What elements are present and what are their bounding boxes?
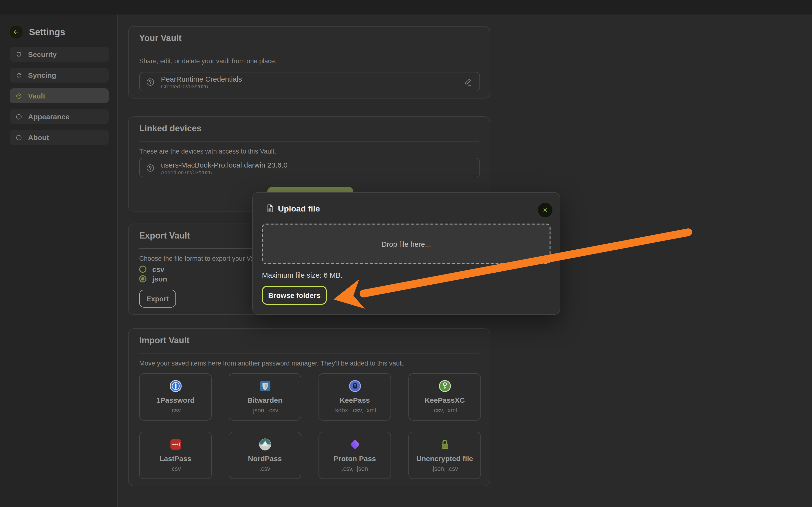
device-added-date: Added on 02/03/2026 [161,169,212,175]
card-description: Share, edit, or delete your vault from o… [139,57,277,65]
tile-name: NordPass [229,454,301,463]
card-description: Move your saved items here from another … [139,360,405,367]
tile-formats: .json, .csv [229,407,301,414]
card-title: Your Vault [139,33,182,44]
sidebar-item-label: Appearance [28,113,69,121]
tile-formats: .csv [229,465,301,472]
sidebar-item-label: Security [28,50,57,58]
import-tile-lastpass[interactable]: LastPass .csv [139,432,212,479]
radio-label: json [152,275,167,283]
back-arrow-icon [12,29,20,36]
onepassword-icon [140,380,211,393]
title-bar [0,0,812,14]
sidebar-item-label: Syncing [28,71,56,79]
upload-file-modal: Upload file Drop file here... Maximum fi… [252,192,560,315]
device-key-icon [146,163,155,173]
tile-name: Unencrypted file [409,454,480,463]
tile-name: Bitwarden [229,396,301,404]
close-button[interactable] [538,203,552,217]
tile-name: 1Password [140,396,211,404]
import-tile-unencrypted[interactable]: Unencrypted file .json, .csv [408,432,481,479]
modal-title: Upload file [278,204,320,214]
info-icon [15,134,22,141]
sidebar: Settings Security Syncing Vault [0,14,118,507]
keepass-icon [319,380,391,393]
radio-json[interactable] [139,275,146,282]
lastpass-icon [140,438,211,451]
close-icon [542,207,549,213]
radio-csv[interactable] [139,265,146,273]
tile-formats: .csv [140,407,211,414]
back-button[interactable] [10,25,23,39]
dropzone-text: Drop file here... [382,240,431,248]
tile-name: Proton Pass [319,454,391,463]
palette-icon [15,113,22,120]
app-window: Settings Security Syncing Vault [0,0,812,507]
card-title: Export Vault [139,231,190,241]
nordpass-icon [229,438,301,451]
sidebar-item-about[interactable]: About [10,130,109,145]
sidebar-item-appearance[interactable]: Appearance [10,109,109,124]
vault-name: PearRuntime Credentials [161,75,242,83]
card-description: These are the devices with access to thi… [139,148,276,155]
vault-key-icon [146,77,155,87]
sidebar-item-label: About [28,133,49,142]
import-tile-keepass[interactable]: KeePass .kdbx, .csv, .xml [318,373,391,420]
divider [139,353,479,353]
import-tile-bitwarden[interactable]: Bitwarden .json, .csv [229,373,301,420]
card-title: Linked devices [139,124,202,134]
tile-name: LastPass [140,454,211,463]
page-title: Settings [29,27,65,38]
vault-created-date: Created 02/03/2026 [161,83,208,89]
protonpass-icon [319,438,391,451]
import-tile-keepassxc[interactable]: KeePassXC .csv, .xml [408,373,481,420]
tile-formats: .csv [140,465,211,472]
sidebar-item-vault[interactable]: Vault [10,89,109,103]
device-name: users-MacBook-Pro.local darwin 23.6.0 [161,161,288,169]
card-title: Import Vault [139,336,190,346]
import-tile-protonpass[interactable]: Proton Pass .csv, .json [318,432,391,479]
radio-label: csv [152,265,164,273]
browse-folders-button[interactable]: Browse folders [262,286,327,305]
card-import-vault: Import Vault Move your saved items here … [128,328,490,486]
keepassxc-icon [409,380,480,393]
tile-name: KeePassXC [409,396,480,404]
file-dropzone[interactable]: Drop file here... [262,224,551,264]
tile-formats: .kdbx, .csv, .xml [319,407,391,414]
tile-formats: .csv, .xml [409,407,480,414]
vault-row[interactable]: PearRuntime Credentials Created 02/03/20… [139,72,480,91]
max-file-size-text: Maximum file size: 6 MB. [262,271,343,279]
card-your-vault: Your Vault Share, edit, or delete your v… [128,26,490,99]
format-option-csv[interactable]: csv [139,265,164,273]
device-row[interactable]: users-MacBook-Pro.local darwin 23.6.0 Ad… [139,158,480,177]
shield-icon [15,51,22,58]
tile-name: KeePass [319,396,391,404]
sidebar-item-security[interactable]: Security [10,47,109,62]
sync-icon [15,72,22,78]
sidebar-item-syncing[interactable]: Syncing [10,68,109,82]
file-document-icon [265,204,274,213]
export-button[interactable]: Export [139,290,176,307]
format-option-json[interactable]: json [139,275,167,282]
lock-icon [409,438,480,451]
import-tile-1password[interactable]: 1Password .csv [139,373,212,420]
edit-pencil-icon[interactable] [463,77,473,87]
card-description: Choose the file format to export your Va… [139,255,263,262]
tile-formats: .json, .csv [409,465,480,472]
import-tile-nordpass[interactable]: NordPass .csv [229,432,301,479]
bitwarden-icon [229,380,301,393]
tile-formats: .csv, .json [319,465,391,472]
vault-key-icon [15,93,22,99]
divider [139,141,479,142]
sidebar-item-label: Vault [28,92,45,100]
divider [139,51,479,51]
